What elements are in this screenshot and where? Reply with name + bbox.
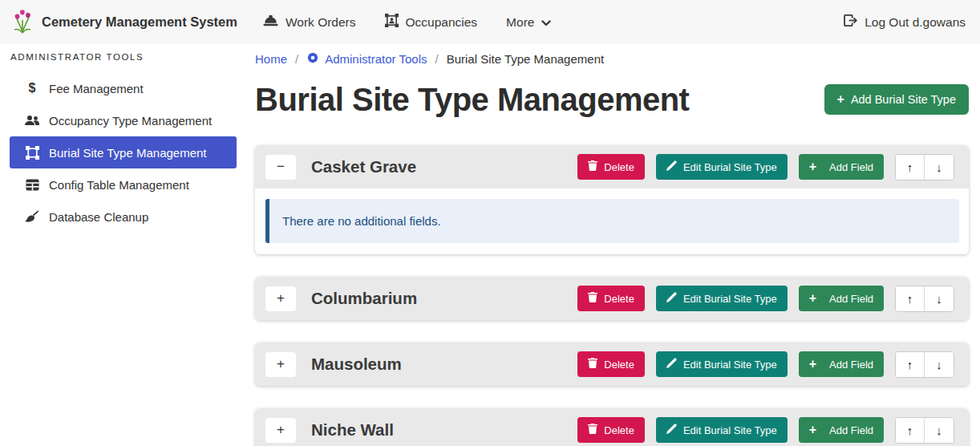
brand-home-link[interactable]: Cemetery Management System: [11, 8, 237, 37]
sidebar-item-occupancy-type-management[interactable]: Occupancy Type Management: [10, 104, 237, 136]
delete-button[interactable]: Delete: [577, 154, 645, 180]
panel-list: − Casket Grave Delete: [255, 145, 969, 446]
add-field-button-label: Add Field: [829, 293, 873, 305]
add-field-button-label: Add Field: [829, 359, 873, 371]
panel-toggle-button[interactable]: +: [265, 418, 296, 443]
breadcrumb-admin-tools-link[interactable]: Administrator Tools: [306, 51, 427, 67]
breadcrumb-admin-tools-label: Administrator Tools: [325, 52, 427, 66]
panel-toggle-button[interactable]: +: [265, 352, 296, 377]
add-burial-site-type-button[interactable]: + Add Burial Site Type: [824, 84, 969, 115]
breadcrumb-separator: /: [435, 52, 438, 66]
dollar-icon: $: [24, 81, 40, 95]
edit-burial-site-type-button[interactable]: Edit Burial Site Type: [656, 351, 788, 377]
sidebar-item-label: Config Table Management: [49, 178, 189, 192]
logout-label: Log Out d.gowans: [865, 15, 966, 30]
panel-title: Niche Wall: [311, 420, 394, 440]
add-field-button[interactable]: + Add Field: [799, 417, 884, 443]
nav-item-work-orders[interactable]: Work Orders: [263, 14, 356, 30]
users-icon: [24, 115, 40, 126]
sidebar-item-database-cleanup[interactable]: Database Cleanup: [10, 201, 237, 233]
add-field-button[interactable]: + Add Field: [799, 286, 884, 311]
nav-item-more[interactable]: More: [506, 15, 551, 30]
move-down-button[interactable]: ↓: [925, 286, 954, 311]
burial-site-type-panel: + Mausoleum Delete: [255, 343, 969, 386]
sidebar-item-label: Burial Site Type Management: [49, 146, 207, 160]
logout-button[interactable]: Log Out d.gowans: [844, 14, 966, 30]
panel-actions: Delete Edit Burial Site Type + Add Field: [577, 154, 954, 180]
logout-icon: [844, 14, 857, 30]
panel-title: Columbarium: [311, 289, 417, 308]
add-field-button[interactable]: + Add Field: [799, 351, 884, 377]
edit-burial-site-type-button[interactable]: Edit Burial Site Type: [656, 154, 788, 180]
breadcrumb-current: Burial Site Type Management: [447, 52, 605, 66]
breadcrumb: Home / Administrator Tools / Burial: [255, 51, 969, 67]
occupancy-frame-icon: [385, 14, 399, 30]
panel-header: + Mausoleum Delete: [255, 343, 969, 386]
sidebar-section-title: ADMINISTRATOR TOOLS: [0, 52, 255, 62]
panel-toggle-button[interactable]: −: [265, 155, 296, 180]
trash-icon: [588, 292, 597, 305]
arrow-down-icon: ↓: [936, 292, 942, 306]
edit-burial-site-type-button[interactable]: Edit Burial Site Type: [656, 286, 788, 311]
panel-header: + Niche Wall Delete: [255, 408, 969, 446]
delete-button[interactable]: Delete: [577, 351, 645, 377]
reorder-button-group: ↑ ↓: [895, 417, 954, 444]
plus-icon: +: [809, 292, 816, 305]
gear-icon: [306, 51, 319, 67]
pencil-icon: [666, 292, 677, 305]
move-down-button[interactable]: ↓: [925, 418, 954, 443]
edit-button-label: Edit Burial Site Type: [683, 424, 777, 436]
delete-button[interactable]: Delete: [577, 417, 645, 443]
page-layout: ADMINISTRATOR TOOLS $ Fee Management Occ…: [0, 44, 980, 446]
edit-burial-site-type-button[interactable]: Edit Burial Site Type: [656, 417, 788, 443]
breadcrumb-home-link[interactable]: Home: [255, 52, 287, 66]
panel-title: Casket Grave: [311, 157, 416, 176]
trash-icon: [588, 424, 597, 436]
nav-item-label: Occupancies: [406, 15, 478, 30]
panel-body: There are no additional fields.: [255, 189, 969, 254]
breadcrumb-separator: /: [295, 52, 298, 66]
arrow-down-icon: ↓: [936, 358, 942, 371]
tulip-logo-icon: [11, 8, 34, 37]
table-icon: [24, 179, 40, 191]
pencil-icon: [666, 424, 677, 436]
move-up-button[interactable]: ↑: [896, 155, 925, 180]
hard-hat-icon: [263, 14, 278, 30]
nav-item-label: More: [506, 15, 534, 30]
nav-item-label: Work Orders: [285, 15, 356, 30]
burial-site-type-panel: + Columbarium Delete: [255, 277, 969, 320]
no-fields-message: There are no additional fields.: [282, 214, 441, 228]
arrow-up-icon: ↑: [907, 358, 913, 371]
no-fields-alert: There are no additional fields.: [265, 199, 959, 243]
arrow-up-icon: ↑: [907, 292, 913, 306]
delete-button-label: Delete: [604, 293, 634, 305]
nav-item-occupancies[interactable]: Occupancies: [385, 14, 478, 30]
panel-toggle-button[interactable]: +: [265, 286, 296, 311]
add-field-button[interactable]: + Add Field: [799, 154, 884, 180]
move-up-button[interactable]: ↑: [896, 286, 925, 311]
delete-button[interactable]: Delete: [577, 286, 645, 311]
chevron-down-icon: [541, 15, 551, 30]
plus-icon: +: [809, 358, 816, 371]
delete-button-label: Delete: [604, 359, 634, 371]
plus-icon: +: [809, 424, 816, 436]
object-group-icon: [24, 146, 40, 160]
move-up-button[interactable]: ↑: [896, 418, 925, 443]
main-nav: Work Orders Occupancies More: [263, 14, 552, 30]
move-up-button[interactable]: ↑: [896, 352, 925, 377]
sidebar-menu: $ Fee Management Occupancy Type Manageme…: [0, 72, 255, 233]
sidebar-item-burial-site-type-management[interactable]: Burial Site Type Management: [10, 136, 237, 168]
main-content: Home / Administrator Tools / Burial: [255, 44, 980, 446]
edit-button-label: Edit Burial Site Type: [683, 161, 777, 173]
arrow-up-icon: ↑: [907, 424, 913, 437]
panel-actions: Delete Edit Burial Site Type + Add Field: [577, 417, 954, 444]
sidebar-item-config-table-management[interactable]: Config Table Management: [10, 168, 237, 201]
move-down-button[interactable]: ↓: [925, 352, 954, 377]
broom-icon: [24, 210, 40, 223]
title-row: Burial Site Type Management + Add Burial…: [255, 79, 969, 120]
move-down-button[interactable]: ↓: [925, 155, 954, 180]
plus-icon: +: [837, 93, 844, 106]
sidebar-item-fee-management[interactable]: $ Fee Management: [10, 72, 237, 104]
add-field-button-label: Add Field: [829, 161, 873, 173]
burial-site-type-panel: − Casket Grave Delete: [255, 145, 969, 254]
